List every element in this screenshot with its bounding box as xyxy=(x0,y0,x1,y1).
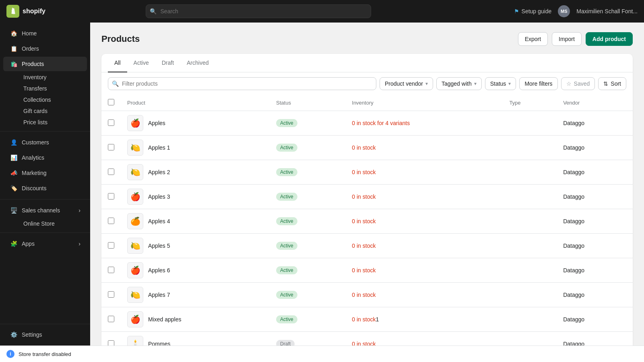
product-name[interactable]: Apples 6 xyxy=(148,267,170,274)
header-actions: Export Import Add product xyxy=(518,32,633,46)
sidebar-item-apps[interactable]: 🧩 Apps › xyxy=(3,237,87,251)
page-title: Products xyxy=(101,34,140,44)
product-name[interactable]: Mixed apples xyxy=(148,316,182,323)
avatar[interactable]: MS xyxy=(558,5,570,17)
product-cell: 🍎 Apples 3 xyxy=(127,189,263,205)
select-all-checkbox[interactable] xyxy=(108,99,114,105)
shopify-logo-icon xyxy=(6,5,19,18)
inventory-cell: 0 in stock xyxy=(352,218,376,224)
sidebar-item-analytics[interactable]: 📊 Analytics xyxy=(3,150,87,165)
table-row: 🍎 Apples 6 Active 0 in stock Dataggo xyxy=(101,258,633,283)
product-name[interactable]: Apples 3 xyxy=(148,193,170,200)
vendor-cell: Dataggo xyxy=(557,258,633,283)
product-name[interactable]: Pommes xyxy=(148,341,170,346)
status-filter[interactable]: Status ▾ xyxy=(485,77,516,90)
tab-all[interactable]: All xyxy=(108,54,127,72)
add-product-button[interactable]: Add product xyxy=(586,32,633,46)
row-checkbox[interactable] xyxy=(108,340,114,346)
sidebar-item-home[interactable]: 🏠 Home xyxy=(3,26,87,41)
tagged-with-filter[interactable]: Tagged with ▾ xyxy=(436,77,482,90)
sidebar-item-gift-cards[interactable]: Gift cards xyxy=(20,105,87,117)
status-badge: Active xyxy=(276,217,297,225)
global-search[interactable]: 🔍 xyxy=(146,4,371,18)
export-button[interactable]: Export xyxy=(518,32,548,46)
more-filters-button[interactable]: More filters xyxy=(519,77,557,90)
sidebar-item-collections[interactable]: Collections xyxy=(20,94,87,105)
row-checkbox[interactable] xyxy=(108,316,114,322)
filters-row: 🔍 Product vendor ▾ Tagged with ▾ Status … xyxy=(101,72,633,95)
type-cell xyxy=(503,111,557,136)
product-cell: 🍎 Mixed apples xyxy=(127,311,263,327)
product-thumbnail: 🍎 xyxy=(127,189,143,205)
sidebar-divider-2 xyxy=(0,199,90,200)
table-row: 🍋 Apples 5 Active 0 in stock Dataggo xyxy=(101,234,633,258)
page-header: Products Export Import Add product xyxy=(101,32,633,46)
product-name[interactable]: Apples 4 xyxy=(148,218,170,224)
col-inventory: Inventory xyxy=(345,95,503,111)
product-thumbnail: 🍎 xyxy=(127,262,143,278)
table-row: 🕯️ Pommes Draft 0 in stock Dataggo xyxy=(101,332,633,346)
sidebar-item-orders[interactable]: 📋 Orders xyxy=(3,41,87,56)
inventory-cell: 0 in stock1 xyxy=(352,316,379,323)
row-checkbox[interactable] xyxy=(108,169,114,175)
inventory-cell: 0 in stock xyxy=(352,193,376,200)
product-cell: 🕯️ Pommes xyxy=(127,336,263,346)
product-thumbnail: 🕯️ xyxy=(127,336,143,346)
sidebar-item-customers[interactable]: 👤 Customers xyxy=(3,135,87,150)
sort-icon: ⇅ xyxy=(603,80,608,87)
home-icon: 🏠 xyxy=(10,29,18,37)
col-type: Type xyxy=(503,95,557,111)
filter-search-icon: 🔍 xyxy=(112,80,119,87)
logo[interactable]: shopify xyxy=(6,5,71,18)
vendor-cell: Dataggo xyxy=(557,185,633,209)
sort-button[interactable]: ⇅ Sort xyxy=(598,77,626,90)
type-cell xyxy=(503,332,557,346)
import-button[interactable]: Import xyxy=(552,32,582,46)
sidebar-item-settings[interactable]: ⚙️ Settings xyxy=(3,327,87,342)
products-icon: 🛍️ xyxy=(10,60,18,68)
row-checkbox[interactable] xyxy=(108,242,114,249)
sidebar-item-online-store[interactable]: Online Store xyxy=(20,218,87,229)
filter-search[interactable]: 🔍 xyxy=(108,77,376,90)
sidebar-item-transfers[interactable]: Transfers xyxy=(20,83,87,94)
chevron-right-icon: › xyxy=(78,207,80,214)
search-input[interactable] xyxy=(146,4,371,18)
type-cell xyxy=(503,234,557,258)
tab-active[interactable]: Active xyxy=(127,54,155,72)
row-checkbox[interactable] xyxy=(108,291,114,298)
star-icon: ☆ xyxy=(566,80,572,87)
row-checkbox[interactable] xyxy=(108,267,114,273)
row-checkbox[interactable] xyxy=(108,193,114,200)
tab-archived[interactable]: Archived xyxy=(180,54,215,72)
filter-search-input[interactable] xyxy=(108,77,376,90)
saved-button[interactable]: ☆ Saved xyxy=(561,77,595,90)
chevron-down-icon-status: ▾ xyxy=(508,81,511,86)
product-name[interactable]: Apples 1 xyxy=(148,144,170,151)
sidebar-item-discounts[interactable]: 🏷️ Discounts xyxy=(3,181,87,195)
product-vendor-filter[interactable]: Product vendor ▾ xyxy=(380,77,433,90)
sidebar-item-sales-channels[interactable]: 🖥️ Sales channels › xyxy=(3,203,87,218)
user-name[interactable]: Maximilien Schall Font... xyxy=(576,8,638,14)
sidebar-item-marketing[interactable]: 📣 Marketing xyxy=(3,166,87,180)
sidebar-item-products[interactable]: 🛍️ Products xyxy=(3,57,87,71)
product-name[interactable]: Apples 7 xyxy=(148,292,170,298)
product-thumbnail: 🍎 xyxy=(127,115,143,131)
vendor-cell: Dataggo xyxy=(557,283,633,307)
row-checkbox[interactable] xyxy=(108,218,114,224)
product-name[interactable]: Apples 5 xyxy=(148,243,170,249)
sidebar-divider xyxy=(0,131,90,132)
product-name[interactable]: Apples 2 xyxy=(148,169,170,175)
row-checkbox[interactable] xyxy=(108,119,114,126)
row-checkbox[interactable] xyxy=(108,144,114,150)
product-cell: 🍎 Apples xyxy=(127,115,263,131)
inventory-cell: 0 in stock for 4 variants xyxy=(352,120,410,126)
setup-guide-button[interactable]: ⚑ Setup guide xyxy=(514,8,552,14)
product-cell: 🍊 Apples 4 xyxy=(127,213,263,229)
sidebar-item-inventory[interactable]: Inventory xyxy=(20,72,87,83)
sidebar-item-price-lists[interactable]: Price lists xyxy=(20,117,87,128)
product-thumbnail: 🍋 xyxy=(127,164,143,180)
product-name[interactable]: Apples xyxy=(148,120,165,126)
products-submenu: Inventory Transfers Collections Gift car… xyxy=(0,72,90,128)
status-badge: Active xyxy=(276,144,297,152)
tab-draft[interactable]: Draft xyxy=(155,54,180,72)
